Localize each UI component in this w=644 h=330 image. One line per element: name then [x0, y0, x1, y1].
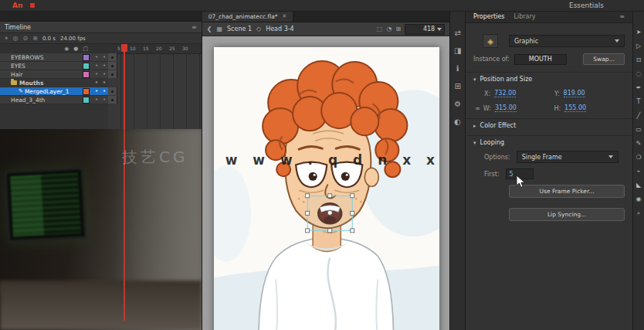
- playhead-line: [124, 52, 125, 129]
- section-looping[interactable]: ▾ Looping: [466, 135, 632, 146]
- instance-name-field[interactable]: MOUTH: [514, 54, 567, 65]
- section-position-size[interactable]: ▾ Position and Size: [466, 72, 632, 83]
- collapse-triangle-icon[interactable]: ▸: [473, 123, 476, 129]
- rectangle-tool-icon[interactable]: ▭: [636, 127, 642, 133]
- layer-row-mergedlayer-1[interactable]: ✎ MergedLayer_1 • •: [0, 87, 202, 96]
- link-width-height-icon[interactable]: ∞: [475, 105, 480, 112]
- text-tool-icon[interactable]: T: [637, 99, 641, 105]
- collapse-triangle-icon[interactable]: ▾: [473, 77, 476, 83]
- layer-folder-mouths[interactable]: Mouths • •: [0, 79, 202, 87]
- free-transform-tool-icon[interactable]: ⊡: [636, 57, 642, 63]
- onion-skin-icon[interactable]: ◎: [13, 35, 19, 42]
- instance-of-label: Instance of:: [473, 56, 510, 63]
- w-value[interactable]: 315.00: [495, 104, 517, 112]
- subselection-tool-icon[interactable]: ▷: [636, 43, 641, 49]
- loop-options-label: Options:: [484, 154, 510, 161]
- brush-tool-icon[interactable]: ❍: [636, 155, 641, 161]
- ruler-number: 20: [156, 46, 162, 51]
- onion-outline-icon[interactable]: ⊙: [23, 35, 29, 42]
- layer-color-swatch: [83, 88, 90, 95]
- h-label: H:: [554, 105, 561, 112]
- breadcrumb-scene[interactable]: Scene 1: [227, 26, 252, 32]
- color-panel-icon[interactable]: ◨: [454, 47, 461, 55]
- photo-desk-surface: [0, 281, 202, 330]
- layer-column-headers: ◉ ● ▢: [0, 44, 108, 53]
- camera-tool-icon[interactable]: ◉: [636, 196, 642, 202]
- symbol-edit-bar: ❮ ▦ Scene 1 ◇ Head 3-4 ⬚ ◔ ⊞ 418: [202, 22, 449, 36]
- swatches-panel-icon[interactable]: ⊞: [454, 83, 460, 90]
- layer-color-swatch: [83, 97, 90, 104]
- keyframe-cell[interactable]: [108, 96, 117, 104]
- zoom-level-select[interactable]: 418: [405, 24, 445, 35]
- history-panel-icon[interactable]: ◐: [454, 118, 461, 126]
- loop-options-select[interactable]: Single Frame: [517, 151, 619, 163]
- timeline-fps[interactable]: 24.00 fps: [60, 36, 86, 42]
- align-panel-icon[interactable]: ⇄: [454, 29, 460, 37]
- pencil-tool-icon[interactable]: ✎: [636, 141, 642, 147]
- symbol-type-select[interactable]: Graphic: [509, 35, 625, 47]
- timeline-body[interactable]: ◉ ● ▢ 5 10 15 20 25 30: [0, 44, 202, 129]
- h-value[interactable]: 155.00: [564, 104, 586, 112]
- stage-column: 07_chad_animatecc.fla* ✕ ❮ ▦ Scene 1 ◇ H…: [202, 11, 449, 330]
- zoom-tool-icon[interactable]: ⌕: [637, 210, 640, 216]
- keyframe-cell[interactable]: [108, 62, 117, 70]
- tab-properties[interactable]: Properties: [473, 13, 504, 20]
- workspace-switcher[interactable]: Essentials: [569, 2, 604, 9]
- outline-column-icon[interactable]: ▢: [83, 46, 88, 52]
- layer-color-swatch: [83, 54, 90, 61]
- collapse-triangle-icon[interactable]: ▾: [473, 140, 476, 146]
- layer-row-hair[interactable]: Hair • •: [0, 70, 202, 79]
- y-value[interactable]: 819.00: [564, 90, 585, 97]
- keyframe-cell[interactable]: [108, 87, 117, 95]
- playhead-handle[interactable]: [121, 44, 127, 52]
- swap-button[interactable]: Swap...: [583, 53, 625, 65]
- transform-panel-icon[interactable]: ⚙: [454, 100, 461, 108]
- chevron-down-icon: [608, 155, 613, 158]
- timeline-panel-header[interactable]: Timeline ≡: [0, 22, 202, 33]
- bone-tool-icon[interactable]: ⌁: [637, 168, 641, 175]
- info-panel-icon[interactable]: ℹ: [456, 65, 459, 73]
- paint-bucket-tool-icon[interactable]: ◣: [636, 182, 641, 189]
- edit-multiple-frames-icon[interactable]: ≋: [32, 35, 38, 42]
- visibility-column-icon[interactable]: ◉: [64, 46, 69, 52]
- keyframe-cell[interactable]: [108, 70, 117, 78]
- tab-library[interactable]: Library: [514, 13, 536, 20]
- line-tool-icon[interactable]: ╱: [637, 113, 641, 119]
- ruler-number: 5: [117, 46, 120, 51]
- symbol-type-value: Graphic: [514, 38, 538, 45]
- watermark-cjk: 技艺CG: [122, 147, 188, 168]
- stage-pasteboard[interactable]: w w w . q d n x x f: [202, 36, 449, 330]
- properties-menu-icon[interactable]: ≡: [619, 13, 625, 20]
- lock-column-icon[interactable]: ●: [73, 46, 78, 52]
- lasso-tool-icon[interactable]: ◌: [636, 71, 642, 77]
- fit-window-icon[interactable]: ⊞: [395, 26, 401, 32]
- document-tab-label: 07_chad_animatecc.fla*: [208, 13, 278, 20]
- close-document-icon[interactable]: ✕: [283, 13, 287, 19]
- layer-color-swatch: [83, 63, 90, 70]
- center-frame-icon[interactable]: ⌖: [5, 35, 8, 43]
- x-value[interactable]: 732.00: [494, 90, 516, 97]
- keyframe-cell[interactable]: [108, 53, 117, 61]
- properties-panel: Properties Library ≡ ◈ Graphic Instance …: [466, 11, 632, 330]
- back-arrow-icon[interactable]: ❮: [207, 26, 212, 32]
- document-tab-bar: 07_chad_animatecc.fla* ✕: [202, 11, 449, 22]
- lip-syncing-button[interactable]: Lip Syncing...: [509, 208, 625, 221]
- photo-monitor: [5, 167, 87, 242]
- selection-tool-icon[interactable]: ➤: [636, 29, 642, 36]
- edit-symbols-icon[interactable]: ⬚: [377, 26, 383, 32]
- animate-logo: An: [12, 2, 22, 9]
- pen-tool-icon[interactable]: ✒: [636, 85, 642, 91]
- layer-row-eyebrows[interactable]: EYEBROWS • •: [0, 53, 202, 62]
- timeline-menu-icon[interactable]: ≡: [192, 24, 197, 31]
- stage-canvas[interactable]: [214, 47, 439, 330]
- ruler-number: 25: [169, 46, 175, 51]
- layer-row-eyes[interactable]: EYES • •: [0, 62, 202, 70]
- ruler-number: 15: [143, 46, 149, 51]
- timeline-panel: Timeline ≡ ⌖ ◎ ⊙ ≋ 0.0 s 24.00 fps ◉: [0, 22, 202, 129]
- section-color-effect[interactable]: ▸ Color Effect: [466, 118, 632, 129]
- document-tab[interactable]: 07_chad_animatecc.fla* ✕: [202, 11, 294, 22]
- center-stage-icon[interactable]: ◔: [386, 26, 391, 32]
- layer-row-head-3-4th[interactable]: Head_3_4th • •: [0, 96, 202, 104]
- breadcrumb-symbol[interactable]: Head 3-4: [266, 26, 294, 32]
- chevron-down-icon: [437, 28, 442, 31]
